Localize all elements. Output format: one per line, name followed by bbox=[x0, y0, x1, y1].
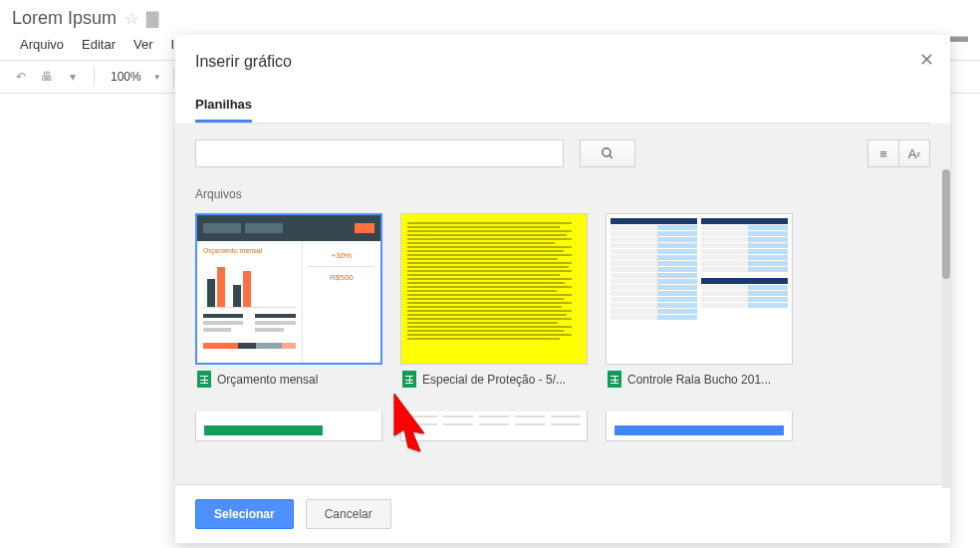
sheets-icon bbox=[402, 371, 416, 388]
cancel-button[interactable]: Cancelar bbox=[306, 499, 391, 529]
undo-icon[interactable]: ↶ bbox=[12, 68, 30, 86]
scrollbar[interactable] bbox=[942, 169, 950, 488]
file-name: Orçamento mensal bbox=[217, 373, 318, 387]
insert-chart-dialog: Inserir gráfico ✕ Planilhas ≡ Az Arquivo… bbox=[175, 35, 950, 543]
search-input[interactable] bbox=[195, 139, 564, 167]
search-button[interactable] bbox=[580, 139, 635, 167]
file-item-partial-1[interactable] bbox=[195, 411, 382, 441]
sheets-icon bbox=[608, 371, 621, 388]
file-item-especial[interactable]: Especial de Proteção - 5/... bbox=[400, 213, 588, 394]
menu-arquivo[interactable]: Arquivo bbox=[12, 33, 72, 56]
menu-ver[interactable]: Ver bbox=[125, 33, 161, 56]
files-area: Arquivos Orçamento mensal bbox=[175, 183, 950, 484]
scrollbar-thumb[interactable] bbox=[942, 169, 950, 279]
document-title[interactable]: Lorem Ipsum bbox=[12, 8, 117, 29]
file-item-controle[interactable]: Controle Rala Bucho 201... bbox=[606, 213, 793, 394]
select-button[interactable]: Selecionar bbox=[195, 499, 294, 529]
print-icon[interactable]: 🖶 bbox=[38, 68, 56, 86]
dialog-footer: Selecionar Cancelar bbox=[175, 484, 950, 543]
search-icon bbox=[601, 146, 614, 160]
section-label: Arquivos bbox=[195, 187, 930, 201]
svg-line-1 bbox=[610, 155, 612, 158]
svg-point-0 bbox=[603, 148, 611, 156]
zoom-select[interactable]: 100% bbox=[107, 68, 145, 86]
file-item-partial-3[interactable] bbox=[606, 411, 793, 441]
list-view-button[interactable]: ≡ bbox=[867, 139, 899, 167]
folder-icon[interactable]: ▇ bbox=[146, 9, 158, 28]
close-button[interactable]: ✕ bbox=[919, 49, 934, 71]
paint-icon[interactable]: ▾ bbox=[64, 68, 82, 86]
file-name: Controle Rala Bucho 201... bbox=[627, 373, 771, 387]
file-name: Especial de Proteção - 5/... bbox=[422, 373, 566, 387]
comment-icon[interactable]: ▬ bbox=[950, 26, 968, 47]
tab-planilhas[interactable]: Planilhas bbox=[195, 89, 252, 123]
sheets-icon bbox=[197, 371, 211, 388]
menu-editar[interactable]: Editar bbox=[74, 33, 123, 56]
search-row: ≡ Az bbox=[175, 124, 950, 183]
star-icon[interactable]: ☆ bbox=[124, 9, 138, 28]
dialog-title: Inserir gráfico bbox=[195, 53, 930, 71]
file-item-orcamento[interactable]: Orçamento mensal bbox=[195, 213, 382, 394]
file-item-partial-2[interactable] bbox=[400, 411, 588, 441]
sort-button[interactable]: Az bbox=[898, 139, 930, 167]
